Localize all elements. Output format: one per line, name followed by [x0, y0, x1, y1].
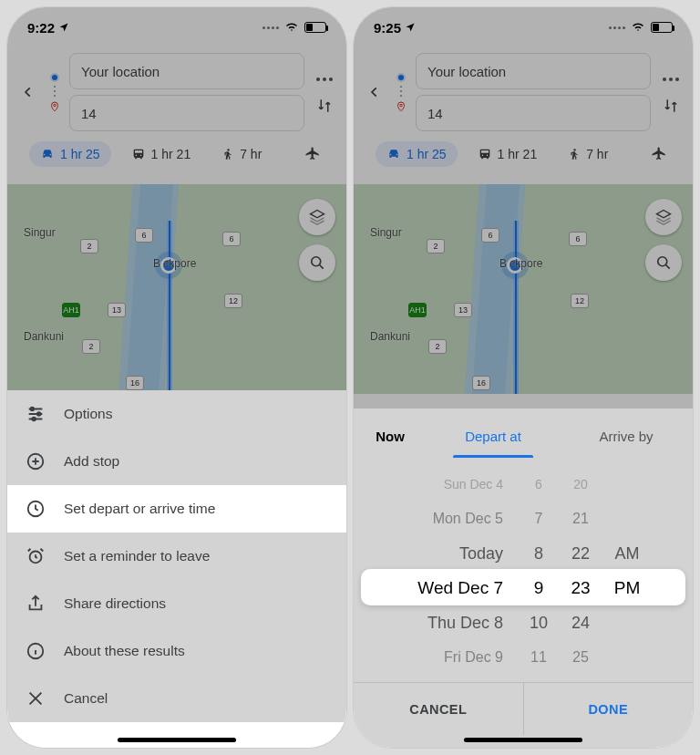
- directions-header: Your location 14 1 hr 25 1 hr 21 7 hr: [354, 47, 693, 177]
- origin-dot-icon: [50, 73, 59, 82]
- menu-add-stop-label: Add stop: [64, 453, 119, 470]
- menu-about-label: About these results: [64, 643, 185, 659]
- time-picker-sheet: Now Depart at Arrive by Sun Dec 4 6 20 M…: [354, 409, 693, 748]
- wheel-row[interactable]: Mon Dec 5 7 21: [354, 502, 693, 536]
- cancel-button[interactable]: CANCEL: [354, 683, 523, 735]
- menu-share[interactable]: Share directions: [7, 580, 346, 627]
- screenshot-left: 9:22 Your loca: [7, 7, 346, 748]
- map-label-bkpore: B ckpore: [153, 257, 196, 270]
- destination-field[interactable]: 14: [416, 95, 651, 131]
- home-indicator[interactable]: [118, 738, 236, 742]
- menu-add-stop[interactable]: Add stop: [7, 438, 346, 485]
- back-button[interactable]: [363, 83, 386, 101]
- back-button[interactable]: [16, 83, 40, 101]
- wheel-row[interactable]: Thu Dec 8 10 24: [354, 605, 693, 640]
- layers-button[interactable]: [299, 199, 335, 235]
- menu-share-label: Share directions: [64, 595, 166, 612]
- location-arrow-icon: [405, 22, 416, 33]
- svg-point-1: [228, 149, 230, 150]
- cellular-icon: [609, 26, 625, 29]
- svg-point-10: [400, 104, 403, 107]
- mode-transit[interactable]: 1 hr 21: [467, 141, 549, 167]
- origin-text: Your location: [81, 64, 160, 79]
- battery-icon: [651, 22, 673, 33]
- home-indicator[interactable]: [464, 738, 582, 742]
- wheel-row-selected[interactable]: Wed Dec 7 9 23 PM: [354, 571, 693, 605]
- map-label-dankuni: Dankuni: [24, 330, 64, 343]
- menu-cancel-label: Cancel: [64, 690, 108, 707]
- layers-button[interactable]: [645, 199, 682, 235]
- travel-mode-tabs: 1 hr 25 1 hr 21 7 hr: [363, 131, 684, 177]
- menu-set-time-label: Set depart or arrive time: [64, 501, 215, 517]
- battery-icon: [304, 22, 326, 33]
- clock: 9:22: [27, 20, 55, 36]
- svg-point-0: [54, 104, 57, 107]
- mode-drive[interactable]: 1 hr 25: [29, 141, 111, 167]
- svg-point-4: [37, 412, 41, 416]
- cellular-icon: [262, 26, 279, 29]
- menu-about[interactable]: About these results: [7, 627, 346, 675]
- menu-reminder-label: Set a reminder to leave: [64, 548, 210, 564]
- status-bar: 9:22: [7, 7, 346, 47]
- mode-flight[interactable]: [643, 140, 674, 168]
- waypoint-indicator: [47, 67, 62, 117]
- overflow-button[interactable]: [316, 78, 333, 81]
- wifi-icon: [631, 22, 645, 33]
- waypoint-indicator: [394, 67, 408, 117]
- menu-cancel[interactable]: Cancel: [7, 675, 346, 722]
- svg-point-2: [312, 257, 321, 266]
- mode-flight[interactable]: [297, 140, 328, 168]
- mode-transit[interactable]: 1 hr 21: [120, 141, 202, 167]
- wheel-row[interactable]: Sun Dec 4 6 20: [354, 467, 693, 502]
- map-label-singur: Singur: [24, 226, 56, 239]
- datetime-wheel[interactable]: Sun Dec 4 6 20 Mon Dec 5 7 21 Today 8 22…: [354, 467, 693, 675]
- origin-field[interactable]: Your location: [416, 53, 651, 89]
- destination-pin-icon: [49, 100, 60, 117]
- status-bar: 9:25: [354, 7, 693, 47]
- origin-dot-icon: [396, 73, 406, 82]
- map-area[interactable]: Singur Dankuni B ckpore 2 6 6 12 13 AH1 …: [7, 184, 346, 394]
- wheel-row[interactable]: Fri Dec 9 11 25: [354, 640, 693, 675]
- wifi-icon: [284, 22, 299, 33]
- mode-walk[interactable]: 7 hr: [211, 141, 273, 167]
- screenshot-right: 9:25 Your loca: [354, 7, 693, 748]
- swap-button[interactable]: [663, 98, 679, 114]
- overflow-button[interactable]: [663, 78, 679, 81]
- destination-field[interactable]: 14: [69, 95, 304, 131]
- menu-reminder[interactable]: Set a reminder to leave: [7, 533, 346, 580]
- svg-point-12: [658, 257, 667, 266]
- destination-text: 14: [81, 106, 97, 121]
- mode-walk[interactable]: 7 hr: [557, 141, 619, 167]
- mode-drive[interactable]: 1 hr 25: [376, 141, 458, 167]
- menu-set-time[interactable]: Set depart or arrive time: [7, 485, 346, 533]
- origin-field[interactable]: Your location: [69, 53, 304, 89]
- location-arrow-icon: [58, 22, 69, 33]
- tab-depart-at[interactable]: Depart at: [427, 414, 560, 458]
- tab-now[interactable]: Now: [354, 414, 427, 458]
- svg-point-3: [31, 408, 35, 411]
- search-along-route-button[interactable]: [299, 244, 335, 281]
- search-along-route-button[interactable]: [645, 244, 682, 281]
- directions-header: Your location 14 1 hr 25 1 hr 21 7 hr: [7, 47, 346, 177]
- destination-pin-icon: [396, 100, 407, 117]
- picker-actions: CANCEL DONE: [354, 682, 693, 735]
- menu-options[interactable]: Options: [7, 390, 346, 438]
- tab-arrive-by[interactable]: Arrive by: [560, 414, 693, 458]
- time-picker-tabs: Now Depart at Arrive by: [354, 414, 693, 458]
- done-button[interactable]: DONE: [523, 683, 694, 735]
- svg-point-11: [574, 149, 576, 150]
- menu-options-label: Options: [64, 406, 112, 422]
- options-sheet: Options Add stop Set depart or arrive ti…: [7, 390, 346, 748]
- wheel-row[interactable]: Today 8 22 AM: [354, 536, 693, 571]
- swap-button[interactable]: [316, 98, 333, 114]
- map-area[interactable]: Singur Dankuni B ckpore 2 6 6 12 13 AH1 …: [354, 184, 693, 394]
- svg-point-5: [32, 418, 36, 421]
- travel-mode-tabs: 1 hr 25 1 hr 21 7 hr: [16, 131, 337, 177]
- clock: 9:25: [374, 20, 401, 36]
